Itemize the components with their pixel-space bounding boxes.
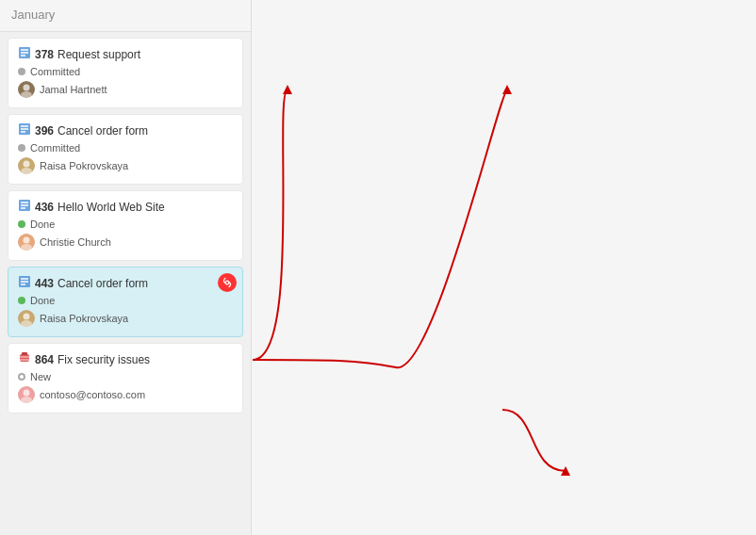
card-443[interactable]: 443 Cancel order formDone Raisa Pokrovsk… [8, 267, 243, 337]
avatar [18, 234, 35, 251]
card-title-label: Request support [58, 48, 140, 61]
task-icon [18, 351, 31, 367]
svg-rect-29 [22, 352, 27, 355]
svg-point-5 [24, 85, 30, 91]
card-assignee-row: contoso@contoso.com [18, 386, 233, 403]
column-january: January 378 Request supportCommitted Jam… [0, 0, 252, 535]
card-status-row: Done [18, 219, 233, 230]
card-status-row: Done [18, 295, 233, 306]
card-id-label: 443 [35, 277, 54, 290]
status-dot [18, 68, 25, 75]
avatar [18, 310, 35, 327]
link-button[interactable] [218, 273, 237, 292]
svg-marker-36 [502, 85, 512, 94]
assignee-name: Christie Church [40, 236, 111, 248]
svg-marker-35 [283, 85, 292, 94]
status-dot [18, 144, 25, 152]
status-dot [18, 297, 25, 304]
avatar [18, 157, 35, 174]
card-status-row: Committed [18, 66, 233, 77]
task-icon [18, 275, 31, 291]
card-id-label: 396 [35, 124, 54, 138]
status-label: Done [30, 219, 55, 230]
column-header-january: January [0, 0, 251, 32]
cards-container-january: 378 Request supportCommitted Jamal Hartn… [0, 32, 251, 535]
card-436[interactable]: 436 Hello World Web SiteDone Christie Ch… [8, 190, 243, 261]
card-title-label: Fix security issues [58, 353, 150, 366]
status-label: Committed [30, 142, 80, 154]
status-label: New [30, 371, 51, 382]
svg-point-33 [24, 390, 30, 397]
assignee-name: contoso@contoso.com [40, 389, 145, 400]
task-icon [18, 122, 31, 138]
svg-point-19 [24, 237, 30, 244]
card-assignee-row: Christie Church [18, 234, 233, 251]
card-id-label: 864 [35, 353, 54, 366]
svg-rect-28 [20, 354, 29, 362]
svg-point-26 [24, 314, 30, 320]
avatar [18, 81, 35, 98]
card-assignee-row: Jamal Hartnett [18, 81, 233, 98]
card-title-label: Hello World Web Site [58, 201, 165, 214]
card-id-label: 378 [35, 48, 54, 61]
card-396[interactable]: 396 Cancel order formCommitted Raisa Pok… [8, 114, 243, 185]
status-label: Done [30, 295, 55, 306]
card-title-label: Cancel order form [58, 124, 148, 138]
status-dot [18, 220, 25, 228]
card-status-row: New [18, 371, 233, 382]
svg-marker-37 [561, 466, 570, 476]
status-dot [18, 373, 25, 381]
calendar-grid: January 378 Request supportCommitted Jam… [0, 0, 756, 535]
card-assignee-row: Raisa Pokrovskaya [18, 310, 233, 327]
card-378[interactable]: 378 Request supportCommitted Jamal Hartn… [8, 38, 243, 108]
card-id-label: 436 [35, 201, 54, 214]
card-title-label: Cancel order form [58, 277, 148, 290]
card-status-row: Committed [18, 142, 233, 154]
svg-point-12 [24, 161, 30, 168]
avatar [18, 386, 35, 403]
card-864[interactable]: 864 Fix security issuesNew contoso@conto… [8, 343, 243, 413]
task-icon [18, 199, 31, 215]
card-assignee-row: Raisa Pokrovskaya [18, 157, 233, 174]
task-icon [18, 46, 31, 62]
assignee-name: Raisa Pokrovskaya [40, 160, 128, 171]
assignee-name: Raisa Pokrovskaya [40, 313, 128, 324]
assignee-name: Jamal Hartnett [40, 84, 107, 95]
status-label: Committed [30, 66, 80, 77]
